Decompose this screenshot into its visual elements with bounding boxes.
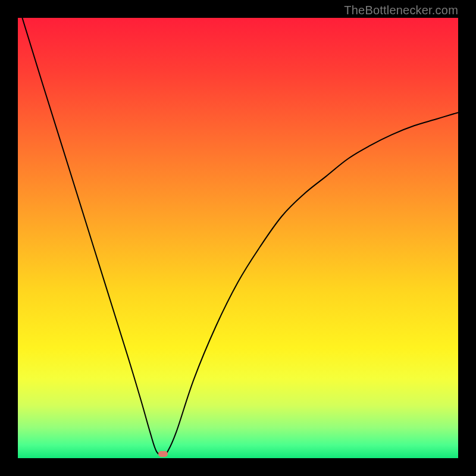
plot-area (18, 18, 458, 458)
min-marker (158, 451, 168, 457)
chart-frame: TheBottlenecker.com (0, 0, 476, 476)
watermark-text: TheBottlenecker.com (344, 4, 458, 17)
bottleneck-curve (18, 18, 458, 458)
